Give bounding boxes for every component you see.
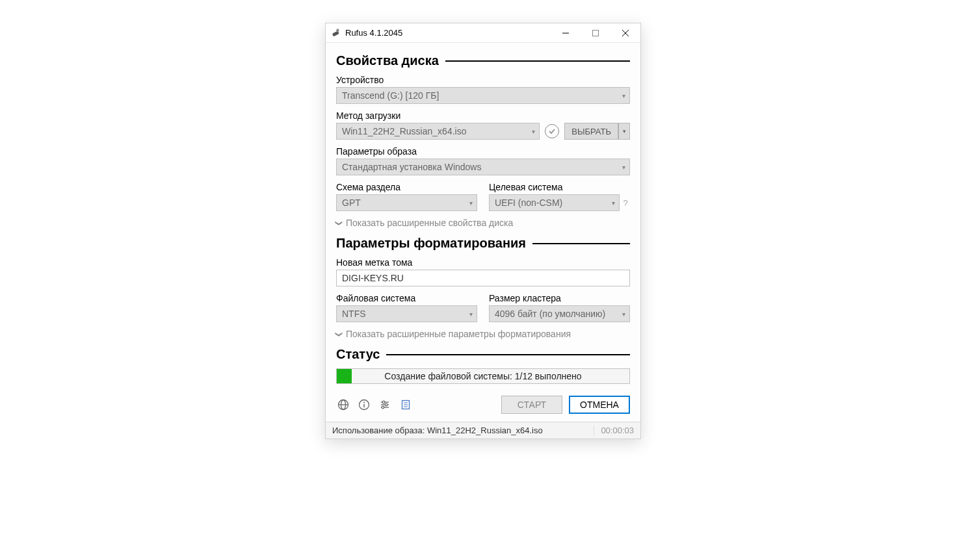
partition-value: GPT: [342, 197, 361, 208]
section-status: Статус: [336, 347, 630, 362]
statusbar: Использование образа: Win11_22H2_Russian…: [326, 422, 640, 439]
log-icon[interactable]: [399, 398, 413, 412]
app-icon: [331, 28, 341, 38]
advanced-drive-toggle[interactable]: ❯ Показать расширенные свойства диска: [336, 218, 630, 228]
chevron-down-icon: ▾: [622, 92, 625, 99]
cluster-value: 4096 байт (по умолчанию): [495, 309, 605, 319]
svg-point-17: [382, 406, 384, 409]
chevron-down-icon: ▾: [469, 311, 473, 318]
image-option-dropdown[interactable]: Стандартная установка Windows ▾: [336, 159, 630, 175]
app-title: Rufus 4.1.2045: [345, 28, 551, 38]
advanced-format-toggle[interactable]: ❯ Показать расширенные параметры формати…: [336, 329, 630, 339]
device-value: Transcend (G:) [120 ГБ]: [342, 90, 439, 101]
about-icon[interactable]: [357, 398, 371, 412]
section-title: Статус: [336, 347, 380, 362]
maximize-button[interactable]: [581, 23, 610, 43]
minimize-button[interactable]: [551, 23, 581, 43]
chevron-down-icon: ▾: [532, 128, 535, 135]
fs-dropdown[interactable]: NTFS ▾: [336, 305, 477, 322]
divider: [445, 60, 630, 62]
chevron-down-icon: ▾: [469, 199, 473, 207]
volume-input[interactable]: DIGI-KEYS.RU: [336, 270, 630, 286]
target-value: UEFI (non-CSM): [495, 197, 562, 208]
device-dropdown[interactable]: Transcend (G:) [120 ГБ] ▾: [336, 87, 630, 104]
boot-value: Win11_22H2_Russian_x64.iso: [342, 126, 466, 136]
image-option-label: Параметры образа: [336, 146, 630, 157]
fs-label: Файловая система: [336, 293, 477, 303]
section-format-options: Параметры форматирования: [336, 236, 630, 251]
section-drive-properties: Свойства диска: [336, 53, 630, 68]
select-dropdown-button[interactable]: ▾: [618, 123, 630, 140]
svg-rect-0: [332, 31, 339, 36]
chevron-down-icon: ▾: [622, 164, 625, 171]
volume-value: DIGI-KEYS.RU: [342, 273, 404, 283]
divider: [532, 243, 630, 244]
content: Свойства диска Устройство Transcend (G:)…: [326, 43, 640, 422]
app-window: Rufus 4.1.2045 Свойства диска Устройство…: [325, 23, 641, 439]
svg-point-13: [382, 401, 385, 403]
partition-dropdown[interactable]: GPT ▾: [336, 194, 477, 211]
chevron-down-icon: ❯: [335, 331, 343, 337]
chevron-down-icon: ▾: [612, 199, 615, 207]
chevron-down-icon: ▾: [622, 311, 625, 318]
section-title: Параметры форматирования: [336, 236, 526, 251]
language-icon[interactable]: [336, 398, 350, 412]
divider: [386, 354, 630, 355]
statusbar-text: Использование образа: Win11_22H2_Russian…: [332, 426, 594, 435]
chevron-down-icon: ❯: [335, 220, 343, 226]
progress-bar: Создание файловой системы: 1/12 выполнен…: [336, 368, 630, 384]
statusbar-timer: 00:00:03: [594, 426, 634, 435]
device-label: Устройство: [336, 75, 630, 85]
cluster-dropdown[interactable]: 4096 байт (по умолчанию) ▾: [489, 305, 630, 322]
boot-label: Метод загрузки: [336, 110, 630, 121]
svg-point-10: [363, 402, 365, 403]
volume-label: Новая метка тома: [336, 257, 630, 268]
advanced-drive-label: Показать расширенные свойства диска: [346, 218, 513, 228]
advanced-format-label: Показать расширенные параметры форматиро…: [346, 329, 571, 339]
svg-rect-1: [336, 28, 339, 31]
target-help-icon[interactable]: ?: [621, 194, 630, 211]
settings-icon[interactable]: [378, 398, 392, 412]
partition-label: Схема раздела: [336, 182, 477, 192]
target-dropdown[interactable]: UEFI (non-CSM) ▾: [489, 194, 620, 211]
image-option-value: Стандартная установка Windows: [342, 162, 481, 172]
cluster-label: Размер кластера: [489, 293, 630, 303]
svg-point-15: [385, 403, 387, 406]
close-button[interactable]: [610, 23, 640, 43]
cancel-button[interactable]: ОТМЕНА: [569, 396, 630, 414]
start-button[interactable]: СТАРТ: [501, 396, 562, 414]
target-label: Целевая система: [489, 182, 630, 192]
titlebar: Rufus 4.1.2045: [326, 23, 640, 43]
fs-value: NTFS: [342, 309, 366, 319]
svg-rect-3: [593, 30, 599, 36]
progress-text: Создание файловой системы: 1/12 выполнен…: [337, 369, 629, 383]
select-button[interactable]: ВЫБРАТЬ: [564, 123, 618, 140]
section-title: Свойства диска: [336, 53, 439, 68]
boot-dropdown[interactable]: Win11_22H2_Russian_x64.iso ▾: [336, 123, 540, 140]
hash-check-button[interactable]: [545, 124, 559, 138]
